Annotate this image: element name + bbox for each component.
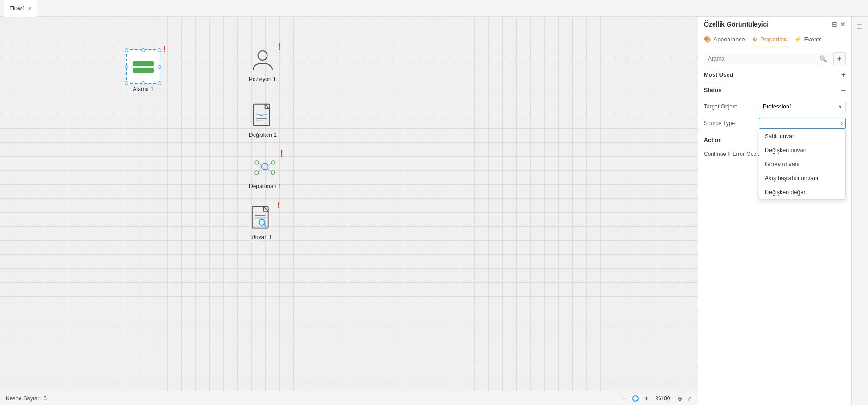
doc-icon xyxy=(250,103,276,130)
unvan-label: Unvan 1 xyxy=(251,234,272,241)
dropdown-item-akis[interactable]: Akış başlatıcı unvanı xyxy=(759,171,845,185)
close-icon[interactable]: × xyxy=(28,6,31,11)
most-used-label: Most Used xyxy=(704,72,733,78)
fit-screen-button[interactable]: ⤢ xyxy=(687,395,692,402)
canvas-area[interactable]: ! Atama 1 ! xyxy=(0,17,698,405)
properties-icon: ⚙ xyxy=(752,36,758,43)
pozisyon-warning-icon: ! xyxy=(278,41,281,52)
source-type-row: Source Type › Sabit unvan Değişken unvan… xyxy=(698,115,851,132)
atama-bar-1 xyxy=(133,61,154,66)
svg-point-5 xyxy=(255,161,259,164)
search-button[interactable]: 🔍 xyxy=(815,53,831,65)
handle-mr[interactable] xyxy=(158,65,161,69)
target-object-row: Target Object Profession1 ▾ xyxy=(698,98,851,115)
add-property-button[interactable]: + xyxy=(833,52,846,65)
atama-box: ! xyxy=(126,49,160,84)
search-bar-container: 🔍 + xyxy=(704,52,846,65)
svg-point-7 xyxy=(255,171,259,175)
search-input[interactable] xyxy=(704,53,815,64)
target-object-select[interactable]: Profession1 ▾ xyxy=(759,101,846,112)
handle-ml[interactable] xyxy=(125,65,128,69)
main-layout: ! Atama 1 ! xyxy=(0,17,868,405)
handle-bl[interactable] xyxy=(125,81,128,85)
canvas-node-atama[interactable]: ! Atama 1 xyxy=(126,49,160,93)
most-used-section-header: Most Used + xyxy=(698,68,851,82)
right-panel: Özellik Görüntüleyici ⊟ ✕ 🎨 Appearance ⚙… xyxy=(698,17,851,405)
appearance-icon: 🎨 xyxy=(704,36,711,43)
dropdown-item-degisken-unvan[interactable]: Değişken unvan xyxy=(759,143,845,157)
tab-appearance[interactable]: 🎨 Appearance xyxy=(704,32,745,47)
properties-label: Properties xyxy=(760,36,787,43)
svg-rect-1 xyxy=(253,104,269,126)
zoom-out-button[interactable]: − xyxy=(620,394,628,403)
status-section-header: Status − xyxy=(698,82,851,98)
dropdown-item-gorev[interactable]: Görev unvanı xyxy=(759,157,845,171)
status-section: Status − Target Object Profession1 ▾ Sou… xyxy=(698,82,851,132)
status-collapse-button[interactable]: − xyxy=(841,86,846,94)
degisken-label: Değişken 1 xyxy=(249,132,277,138)
events-icon: ⚡ xyxy=(794,36,801,43)
svg-point-0 xyxy=(258,51,267,60)
search-doc-icon xyxy=(249,205,274,232)
continue-if-error-label: Continue If Error Occ... xyxy=(704,151,761,157)
tab-events[interactable]: ⚡ Events xyxy=(794,32,821,47)
object-count: Nesne Sayısı : 5 xyxy=(6,395,47,402)
handle-tl[interactable] xyxy=(125,48,128,52)
departman-label: Departman 1 xyxy=(249,183,281,189)
zoom-in-button[interactable]: + xyxy=(642,394,650,403)
panel-actions: ⊟ ✕ xyxy=(832,20,846,28)
canvas-node-unvan[interactable]: ! Unvan 1 xyxy=(249,205,274,241)
svg-point-8 xyxy=(271,171,275,175)
dropdown-item-sabit[interactable]: Sabit unvan xyxy=(759,129,845,143)
tab-label: Flow1 xyxy=(9,5,26,12)
target-object-arrow: ▾ xyxy=(839,103,841,110)
panel-tabs: 🎨 Appearance ⚙ Properties ⚡ Events xyxy=(698,32,851,47)
target-object-value: Profession1 ▾ xyxy=(759,101,846,112)
dropdown-item-degisken-deger[interactable]: Değişken değer xyxy=(759,185,845,199)
panel-close-button[interactable]: ✕ xyxy=(840,20,846,28)
action-label: Action xyxy=(704,137,722,143)
source-type-label: Source Type xyxy=(704,120,755,127)
flow-tab[interactable]: Flow1 × xyxy=(4,0,37,17)
svg-line-12 xyxy=(267,169,271,172)
svg-point-4 xyxy=(262,163,268,170)
svg-point-16 xyxy=(259,219,265,225)
handle-br[interactable] xyxy=(158,81,161,85)
panel-title: Özellik Görüntüleyici xyxy=(704,20,768,28)
departman-warning-icon: ! xyxy=(280,148,284,159)
events-label: Events xyxy=(804,36,821,43)
handle-tc[interactable] xyxy=(141,48,145,52)
appearance-label: Appearance xyxy=(714,36,745,43)
zoom-fit-button[interactable]: ⊕ xyxy=(677,395,683,402)
panel-detach-button[interactable]: ⊟ xyxy=(832,20,837,28)
svg-line-9 xyxy=(259,163,262,166)
status-bar: Nesne Sayısı : 5 − + %100 ⊕ ⤢ xyxy=(0,391,698,405)
status-bar-right: − + %100 ⊕ ⤢ xyxy=(620,394,692,403)
canvas-node-pozisyon[interactable]: ! Pozisyon 1 xyxy=(249,47,276,82)
zoom-controls: − + %100 xyxy=(620,394,672,403)
target-object-selected: Profession1 xyxy=(763,103,792,110)
atama-warning-icon: ! xyxy=(163,44,166,54)
atama-bar-2 xyxy=(133,68,154,73)
canvas-node-degisken[interactable]: Değişken 1 xyxy=(249,103,277,138)
sidebar-menu-button[interactable]: ☰ xyxy=(854,20,867,34)
source-type-dropdown: Sabit unvan Değişken unvan Görev unvanı … xyxy=(759,129,846,200)
pozisyon-label: Pozisyon 1 xyxy=(249,76,276,82)
top-bar: Flow1 × xyxy=(0,0,868,17)
tab-properties[interactable]: ⚙ Properties xyxy=(752,32,787,47)
handle-bc[interactable] xyxy=(141,81,145,85)
target-object-label: Target Object xyxy=(704,103,755,110)
source-type-arrow: › xyxy=(841,120,843,127)
handle-tr[interactable] xyxy=(158,48,161,52)
source-type-input[interactable] xyxy=(759,118,846,129)
panel-header: Özellik Görüntüleyici ⊟ ✕ xyxy=(698,17,851,32)
zoom-circle xyxy=(632,395,639,402)
svg-line-17 xyxy=(264,224,267,227)
svg-line-10 xyxy=(267,163,271,166)
svg-point-6 xyxy=(271,161,275,164)
canvas-node-departman[interactable]: ! xyxy=(249,154,281,189)
most-used-toggle-button[interactable]: + xyxy=(841,71,846,79)
atama-label: Atama 1 xyxy=(133,86,154,93)
search-bar: 🔍 xyxy=(704,53,831,65)
far-right-sidebar: ☰ xyxy=(851,17,868,405)
